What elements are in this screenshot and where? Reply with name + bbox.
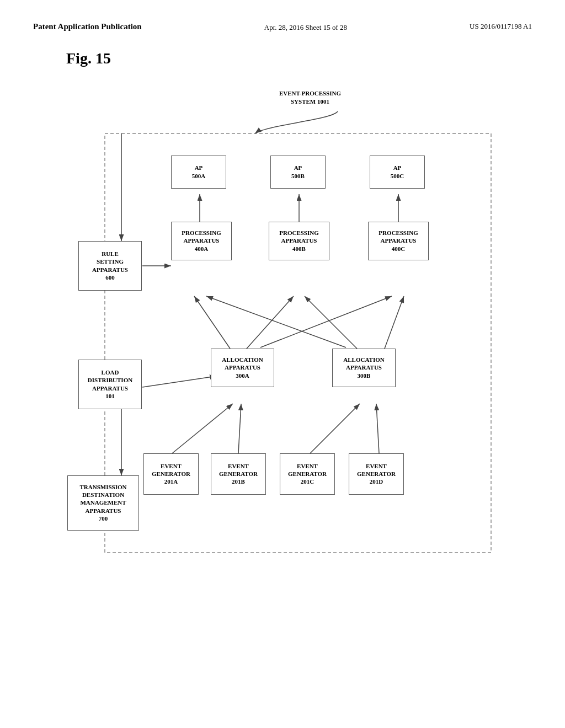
evt-201a-box: EVENT GENERATOR 201A xyxy=(143,453,199,495)
ap-500a-box: AP 500A xyxy=(171,156,226,189)
ap-500c-box: AP 500C xyxy=(370,156,425,189)
load-101-box: LOAD DISTRIBUTION APPARATUS 101 xyxy=(78,360,142,409)
figure-label: Fig. 15 xyxy=(66,50,532,67)
svg-line-11 xyxy=(305,296,357,349)
evt-201c-box: EVENT GENERATOR 201C xyxy=(280,453,335,495)
sheet-info: Apr. 28, 2016 Sheet 15 of 28 xyxy=(264,23,347,31)
svg-line-14 xyxy=(172,404,233,453)
ap-500b-box: AP 500B xyxy=(270,156,326,189)
svg-line-7 xyxy=(194,296,230,349)
svg-line-15 xyxy=(238,404,241,453)
svg-line-12 xyxy=(385,296,404,349)
rule-setting-box: RULE SETTING APPARATUS 600 xyxy=(78,241,142,291)
evt-201b-box: EVENT GENERATOR 201B xyxy=(211,453,266,495)
page-header: Patent Application Publication Apr. 28, … xyxy=(33,22,532,33)
alloc-300b-box: ALLOCATION APPARATUS 300B xyxy=(332,349,396,387)
svg-line-10 xyxy=(206,296,346,347)
alloc-300a-box: ALLOCATION APPARATUS 300A xyxy=(211,349,274,387)
svg-line-16 xyxy=(310,404,360,453)
evt-201d-box: EVENT GENERATOR 201D xyxy=(349,453,404,495)
proc-400c-box: PROCESSING APPARATUS 400C xyxy=(368,222,429,260)
proc-400a-box: PROCESSING APPARATUS 400A xyxy=(171,222,232,260)
publication-label: Patent Application Publication xyxy=(33,22,142,31)
header-center: Apr. 28, 2016 Sheet 15 of 28 xyxy=(264,22,347,33)
system-label: EVENT-PROCESSING SYSTEM 1001 xyxy=(266,89,354,106)
svg-line-8 xyxy=(247,296,294,349)
page: Patent Application Publication Apr. 28, … xyxy=(0,0,565,728)
trans-700-box: TRANSMISSION DESTINATION MANAGEMENT APPA… xyxy=(67,475,139,531)
diagram-area: EVENT-PROCESSING SYSTEM 1001 AP 500A AP … xyxy=(45,78,520,619)
proc-400b-box: PROCESSING APPARATUS 400B xyxy=(269,222,329,260)
svg-line-9 xyxy=(260,296,392,347)
patent-number: US 2016/0117198 A1 xyxy=(470,22,532,31)
svg-line-13 xyxy=(142,376,216,387)
svg-line-17 xyxy=(376,404,379,453)
